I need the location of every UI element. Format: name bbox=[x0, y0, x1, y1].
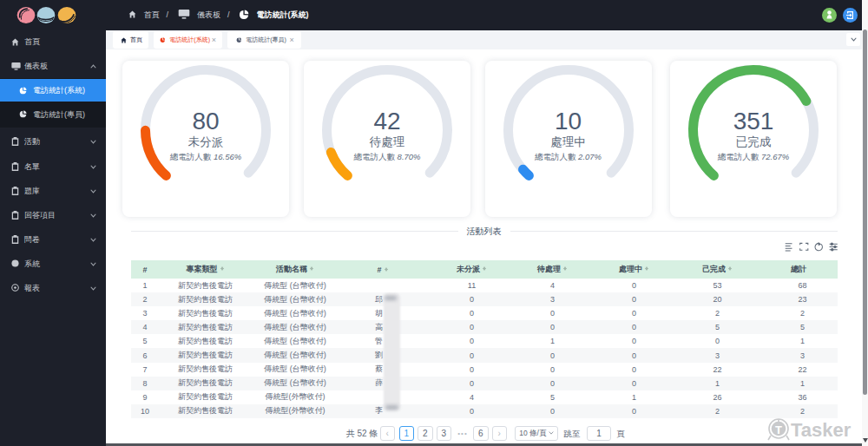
svg-text:T: T bbox=[775, 423, 782, 436]
svg-text:Tasker: Tasker bbox=[791, 419, 852, 441]
